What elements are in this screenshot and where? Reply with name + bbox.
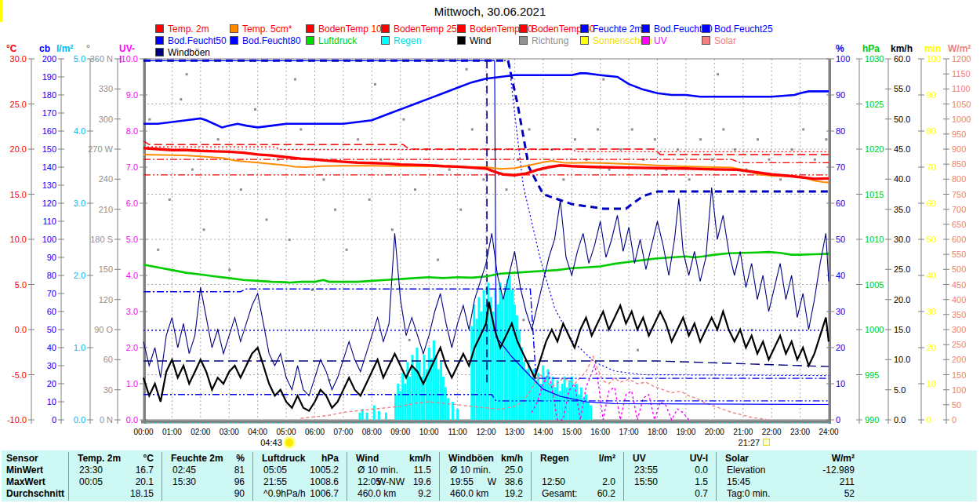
scatter-dot-richtung <box>346 249 348 251</box>
scatter-dot-richtung <box>169 199 171 201</box>
rain-bar <box>476 319 478 420</box>
rain-bar <box>564 377 566 420</box>
scatter-dot-richtung <box>522 319 524 321</box>
scatter-dot-richtung <box>191 169 194 171</box>
table-cell-value: 1008.6 <box>252 476 339 487</box>
table-row-label: Durchschnitt <box>6 488 64 499</box>
table-cell-value: 0.7 <box>623 488 708 499</box>
rain-bar <box>480 312 482 420</box>
rain-bar <box>397 384 399 420</box>
table-col-unit: l/m² <box>531 453 615 464</box>
x-axis-label: 09:00 <box>387 428 414 436</box>
table-col-unit: km/h <box>347 453 431 464</box>
rain-bar <box>442 377 445 420</box>
rain-bar <box>544 377 546 420</box>
scatter-dot-richtung <box>734 148 736 151</box>
scatter-dot-richtung <box>631 128 633 130</box>
rain-bar <box>433 341 435 420</box>
rain-bar <box>561 384 564 420</box>
table-cell-value: 1005.2 <box>252 465 339 476</box>
scatter-dot-richtung <box>717 73 719 75</box>
rain-bar <box>551 377 554 420</box>
scatter-dot-richtung <box>391 228 394 231</box>
x-axis-label: 03:00 <box>216 428 242 436</box>
scatter-dot-richtung <box>289 239 291 241</box>
x-axis-label: 21:00 <box>730 428 757 436</box>
x-axis-label: 00:00 <box>130 428 157 436</box>
rain-bar <box>542 366 544 420</box>
table-col-unit: W/m² <box>716 453 855 464</box>
rain-bar <box>428 348 430 420</box>
table-cell-value: 0.0 <box>623 465 708 476</box>
rain-bar <box>549 384 551 420</box>
scatter-dot-richtung <box>779 178 782 180</box>
x-axis-label: 07:00 <box>330 428 357 436</box>
table-row-label: MinWert <box>6 465 43 476</box>
scatter-dot-richtung <box>506 188 508 191</box>
scatter-dot-richtung <box>482 178 485 180</box>
scatter-dot-richtung <box>608 169 611 171</box>
scatter-dot-richtung <box>217 138 220 140</box>
scatter-dot-richtung <box>240 188 242 191</box>
rain-bar <box>530 377 532 420</box>
scatter-dot-richtung <box>619 148 622 151</box>
sun-time-label: 21:27 <box>720 438 760 447</box>
rain-bar <box>447 398 449 420</box>
rain-bar <box>575 384 578 420</box>
table-cell-value: 1006.7 <box>252 488 339 499</box>
table-cell-value: 1.5 <box>623 476 708 487</box>
rain-bar <box>473 304 475 420</box>
scatter-dot-richtung <box>699 138 702 140</box>
series-temp--2m <box>143 148 829 179</box>
x-axis-label: 18:00 <box>644 428 671 436</box>
x-axis-label: 04:00 <box>245 428 271 436</box>
rain-bar <box>509 275 511 420</box>
scatter-dot-richtung <box>408 339 411 341</box>
table-col-unit: UV-I <box>623 453 708 464</box>
scatter-dot-richtung <box>791 148 793 151</box>
sunrise-icon <box>285 439 293 447</box>
scatter-dot-richtung <box>562 178 564 180</box>
rain-bar <box>504 286 506 420</box>
x-axis-label: 20:00 <box>701 428 728 436</box>
sunset-icon <box>763 439 770 446</box>
scatter-dot-richtung <box>322 178 325 180</box>
table-cell-value: 81 <box>162 465 245 476</box>
scatter-dot-richtung <box>597 128 599 130</box>
x-axis-label: 14:00 <box>530 428 557 436</box>
scatter-dot-richtung <box>414 188 416 191</box>
rain-bar <box>554 388 557 420</box>
table-cell-value: 2.0 <box>531 476 615 487</box>
x-axis-label: 17:00 <box>615 428 642 436</box>
rain-bar <box>573 388 575 420</box>
table-cell-value: 11.5 <box>347 465 431 476</box>
rain-bar <box>525 370 528 420</box>
rain-bar <box>499 282 502 420</box>
scatter-dot-richtung <box>814 159 816 161</box>
table-cell-value: 19.2 <box>439 488 523 499</box>
rain-bar <box>580 388 583 420</box>
rain-bar <box>497 304 499 420</box>
x-axis-label: 11:00 <box>445 428 471 436</box>
rain-bar <box>521 348 523 420</box>
rain-bar <box>385 413 387 420</box>
scatter-dot-richtung <box>768 159 771 161</box>
rain-bar <box>399 391 401 420</box>
table-cell-value: -12.989 <box>716 465 855 476</box>
rain-bar <box>483 290 485 420</box>
sun-marker-tick <box>0 11 2 22</box>
scatter-dot-richtung <box>203 228 205 231</box>
table-row-label: MaxWert <box>6 476 45 487</box>
scatter-dot-richtung <box>677 148 679 151</box>
rain-bar <box>456 409 459 420</box>
scatter-dot-richtung <box>334 209 336 211</box>
rain-bar <box>585 395 587 420</box>
weather-day-chart-window: Mittwoch, 30.06.2021 Temp. 2mTemp. 5cm*B… <box>0 0 980 503</box>
rain-bar <box>514 304 516 420</box>
scatter-dot-richtung <box>637 349 639 352</box>
rain-bar <box>440 362 442 420</box>
table-cell-value: 20.1 <box>68 476 154 487</box>
rain-bar <box>568 380 571 420</box>
scatter-dot-richtung <box>802 128 804 130</box>
x-axis-label: 02:00 <box>187 428 214 436</box>
